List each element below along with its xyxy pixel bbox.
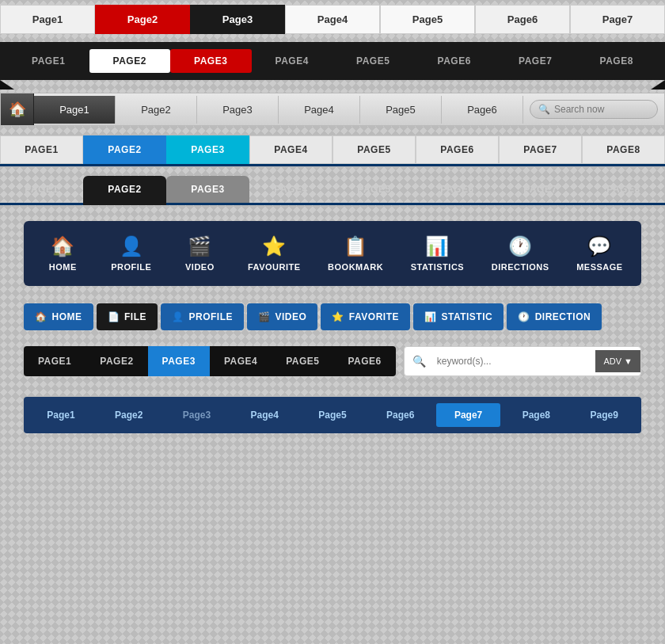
nav5-tab[interactable]: PAGE1 xyxy=(0,176,83,203)
nav2-tabbar: PAGE1PAGE2PAGE3PAGE4PAGE5PAGE6PAGE7PAGE8 xyxy=(8,42,657,80)
btn-nav-button[interactable]: 👤PROFILE xyxy=(161,303,244,330)
btn-nav-wrap: 🏠HOME📄FILE👤PROFILE🎬VIDEO⭐FAVORITE📊STATIS… xyxy=(0,297,665,337)
nav5-tab[interactable]: PAGE5 xyxy=(332,176,416,203)
btn-label: PROFILE xyxy=(189,311,234,322)
nav3-wrap: 🏠 Page1Page2Page3Page4Page5Page6 🔍 xyxy=(0,93,665,126)
nav5-tab[interactable]: PAGE3 xyxy=(166,176,249,203)
nav4-wrap: PAGE1PAGE2PAGE3PAGE4PAGE5PAGE6PAGE7PAGE8 xyxy=(0,135,665,166)
icon-sym: 💬 xyxy=(587,235,611,257)
search-icon: 🔍 xyxy=(538,104,550,115)
nav7-tab[interactable]: Page5 xyxy=(300,403,365,427)
nav6-tab[interactable]: PAGE3 xyxy=(148,346,210,376)
btn-nav-button[interactable]: 📊STATISTIC xyxy=(413,303,504,330)
nav4-tab[interactable]: PAGE8 xyxy=(582,135,665,164)
nav1-tab[interactable]: Page6 xyxy=(475,5,570,34)
nav2-tab[interactable]: PAGE2 xyxy=(89,49,171,73)
btn-nav-button[interactable]: 🕐DIRECTION xyxy=(507,303,602,330)
btn-label: VIDEO xyxy=(276,311,307,322)
search-icon: 🔍 xyxy=(405,349,434,374)
nav7-tab[interactable]: Page7 xyxy=(436,403,501,427)
nav2-wrap: PAGE1PAGE2PAGE3PAGE4PAGE5PAGE6PAGE7PAGE8 xyxy=(0,42,665,80)
nav3-tab[interactable]: Page2 xyxy=(116,96,197,124)
nav1-tab[interactable]: Page2 xyxy=(95,5,190,34)
nav2-tab[interactable]: PAGE3 xyxy=(170,49,252,73)
advanced-search-button[interactable]: ADV ▼ xyxy=(595,350,640,372)
nav1-tab[interactable]: Page5 xyxy=(380,5,475,34)
nav6-search-input[interactable] xyxy=(434,349,596,373)
btn-nav-button[interactable]: 🎬VIDEO xyxy=(247,303,317,330)
icon-sym: 🏠 xyxy=(51,235,74,257)
nav7-tab[interactable]: Page9 xyxy=(572,403,636,427)
btn-icon: 🎬 xyxy=(258,311,271,322)
nav2-tab[interactable]: PAGE6 xyxy=(414,49,496,73)
icon-nav-label: MESSAGE xyxy=(576,262,623,272)
nav6-tabbar: PAGE1PAGE2PAGE3PAGE4PAGE5PAGE6 xyxy=(24,346,396,376)
nav6-tab[interactable]: PAGE6 xyxy=(333,346,395,376)
nav5-tab[interactable]: PAGE7 xyxy=(499,176,582,203)
nav5-wrap: PAGE1PAGE2PAGE3PAGE4PAGE5PAGE6PAGE7PAGE8 xyxy=(0,176,665,205)
nav7-tabbar: Page1Page2Page3Page4Page5Page6Page7Page8… xyxy=(28,403,636,427)
nav4-tab[interactable]: PAGE1 xyxy=(0,135,83,164)
nav7-tab[interactable]: Page1 xyxy=(28,403,93,427)
btn-nav-button[interactable]: ⭐FAVORITE xyxy=(321,303,410,330)
nav7-tab[interactable]: Page8 xyxy=(504,403,568,427)
nav3-tab[interactable]: Page1 xyxy=(34,96,116,124)
nav4-tab[interactable]: PAGE4 xyxy=(249,135,332,164)
icon-nav-label: DIRECTIONS xyxy=(492,262,549,272)
nav1-tab[interactable]: Page4 xyxy=(285,5,380,34)
btn-nav-button[interactable]: 🏠HOME xyxy=(24,303,93,330)
nav4-tab[interactable]: PAGE2 xyxy=(83,135,166,164)
nav3-tab[interactable]: Page5 xyxy=(360,96,442,124)
nav3-home-button[interactable]: 🏠 xyxy=(1,93,34,125)
icon-nav-label: STATISTICS xyxy=(411,262,465,272)
icon-sym: 👤 xyxy=(120,235,143,257)
btn-icon: 🕐 xyxy=(518,311,530,322)
nav1-tab[interactable]: Page7 xyxy=(570,5,665,34)
icon-nav-item[interactable]: 🎬 VIDEO xyxy=(168,227,231,280)
search-input[interactable] xyxy=(554,104,649,115)
nav2-tab[interactable]: PAGE7 xyxy=(495,49,576,73)
nav6-tab[interactable]: PAGE2 xyxy=(86,346,147,376)
nav6-tab[interactable]: PAGE4 xyxy=(210,346,272,376)
nav5-tab[interactable]: PAGE8 xyxy=(582,176,665,203)
btn-label: STATISTIC xyxy=(441,311,492,322)
nav7-tab[interactable]: Page6 xyxy=(368,403,433,427)
nav7-tab[interactable]: Page3 xyxy=(165,403,230,427)
icon-nav-item[interactable]: 🕐 DIRECTIONS xyxy=(481,227,560,280)
icon-nav-item[interactable]: 👤 PROFILE xyxy=(100,227,163,280)
icon-nav-label: HOME xyxy=(49,262,77,272)
nav4-tab[interactable]: PAGE6 xyxy=(416,135,499,164)
nav2-tab[interactable]: PAGE8 xyxy=(576,49,658,73)
icon-nav-label: FAVOURITE xyxy=(248,262,301,272)
btn-label: FAVORITE xyxy=(349,311,399,322)
btn-label: FILE xyxy=(124,311,146,322)
nav4-tabbar: PAGE1PAGE2PAGE3PAGE4PAGE5PAGE6PAGE7PAGE8 xyxy=(0,135,665,166)
nav3-tab[interactable]: Page6 xyxy=(442,96,523,124)
nav6-tab[interactable]: PAGE1 xyxy=(24,346,86,376)
nav1-tabbar: Page1Page2Page3Page4Page5Page6Page7 xyxy=(0,5,665,34)
nav5-tab[interactable]: PAGE6 xyxy=(416,176,499,203)
nav1-tab[interactable]: Page1 xyxy=(0,5,95,34)
nav2-tab[interactable]: PAGE1 xyxy=(8,49,89,73)
nav5-tab[interactable]: PAGE2 xyxy=(83,176,166,203)
btn-nav-button[interactable]: 📄FILE xyxy=(97,303,158,330)
nav1-tab[interactable]: Page3 xyxy=(190,5,285,34)
nav5-tab[interactable]: PAGE4 xyxy=(249,176,332,203)
nav2-tab[interactable]: PAGE5 xyxy=(332,49,414,73)
btn-label: HOME xyxy=(52,311,82,322)
nav2-tab[interactable]: PAGE4 xyxy=(252,49,333,73)
nav4-tab[interactable]: PAGE7 xyxy=(499,135,582,164)
nav7-tab[interactable]: Page2 xyxy=(97,403,162,427)
nav6-tab[interactable]: PAGE5 xyxy=(272,346,333,376)
icon-nav-item[interactable]: 💬 MESSAGE xyxy=(565,227,634,280)
icon-nav-item[interactable]: ⭐ FAVOURITE xyxy=(237,227,312,280)
icon-nav-item[interactable]: 🏠 HOME xyxy=(31,227,94,280)
nav7-tab[interactable]: Page4 xyxy=(232,403,297,427)
nav4-tab[interactable]: PAGE5 xyxy=(332,135,416,164)
nav3-tab[interactable]: Page4 xyxy=(279,96,360,124)
nav3-tab[interactable]: Page3 xyxy=(197,96,279,124)
icon-nav-label: BOOKMARK xyxy=(328,262,383,272)
nav4-tab[interactable]: PAGE3 xyxy=(166,135,249,164)
icon-nav-item[interactable]: 📊 STATISTICS xyxy=(400,227,476,280)
icon-nav-item[interactable]: 📋 BOOKMARK xyxy=(317,227,394,280)
